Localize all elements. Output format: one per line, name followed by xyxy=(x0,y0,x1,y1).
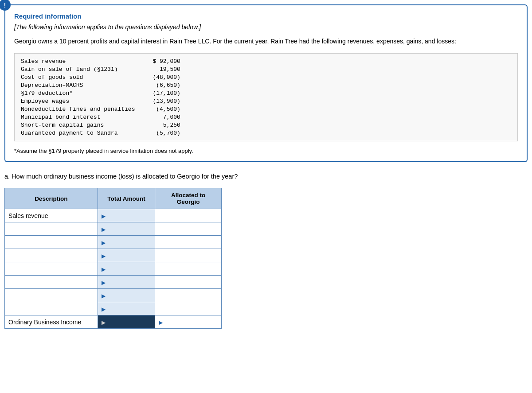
value-gain-land: 19,500 xyxy=(153,66,180,73)
value-sec179: (17,100) xyxy=(153,90,180,97)
label-cogs: Cost of goods sold xyxy=(21,74,135,81)
table-row: ▶ xyxy=(5,262,222,276)
amount-cell-6: ▶ xyxy=(98,276,155,289)
table-row: Sales revenue ▶ xyxy=(5,209,222,222)
label-stcg: Short-term capital gains xyxy=(21,122,135,128)
label-wages: Employee wages xyxy=(21,98,135,105)
allocated-cell-3 xyxy=(155,236,222,249)
amount-cell-5: ▶ xyxy=(98,262,155,276)
total-arrow: ▶ xyxy=(102,319,106,326)
label-guaranteed: Guaranteed payment to Sandra xyxy=(21,130,135,136)
arrow-3: ▶ xyxy=(102,240,106,246)
value-cogs: (48,000) xyxy=(153,74,180,81)
desc-cell-1: Sales revenue xyxy=(5,209,98,222)
desc-cell-7 xyxy=(5,289,98,302)
allocated-cell-4 xyxy=(155,249,222,262)
total-allocated-cell: ▶ xyxy=(155,315,222,329)
table-row: ▶ xyxy=(5,289,222,302)
total-allocated-arrow: ▶ xyxy=(159,319,163,326)
financial-values: $ 92,000 19,500 (48,000) (6,650) (17,100… xyxy=(153,58,180,136)
desc-cell-4 xyxy=(5,249,98,262)
value-sales-revenue: $ 92,000 xyxy=(153,58,180,65)
question-text: a. How much ordinary business income (lo… xyxy=(4,173,528,180)
col-header-description: Description xyxy=(5,188,98,209)
amount-cell-4: ▶ xyxy=(98,249,155,262)
total-desc-label: Ordinary Business Income xyxy=(8,319,81,326)
arrow-7: ▶ xyxy=(102,293,106,299)
total-desc-cell: Ordinary Business Income xyxy=(5,315,98,329)
intro-text: Georgio owns a 10 percent profits and ca… xyxy=(14,37,518,46)
amount-cell-8: ▶ xyxy=(98,302,155,315)
label-fines: Nondeductible fines and penalties xyxy=(21,106,135,113)
table-row: ▶ xyxy=(5,222,222,236)
col-header-allocated: Allocated to Georgio xyxy=(155,188,222,209)
label-depreciation: Depreciation–MACRS xyxy=(21,82,135,89)
table-row: ▶ xyxy=(5,249,222,262)
label-sec179: §179 deduction* xyxy=(21,90,135,97)
info-box: ! Required information [The following in… xyxy=(4,4,528,162)
financial-data-table: Sales revenue Gain on sale of land (§123… xyxy=(14,53,518,141)
total-amount-cell: ▶ xyxy=(98,315,155,329)
desc-cell-5 xyxy=(5,262,98,276)
desc-cell-3 xyxy=(5,236,98,249)
table-row: ▶ xyxy=(5,236,222,249)
value-wages: (13,900) xyxy=(153,98,180,105)
desc-cell-6 xyxy=(5,276,98,289)
amount-cell-7: ▶ xyxy=(98,289,155,302)
desc-cell-2 xyxy=(5,222,98,236)
col-header-total-amount: Total Amount xyxy=(98,188,155,209)
amount-cell-1: ▶ xyxy=(98,209,155,222)
value-guaranteed: (5,700) xyxy=(153,130,180,136)
value-stcg: 5,250 xyxy=(153,122,180,128)
desc-text-1: Sales revenue xyxy=(8,212,48,219)
arrow-6: ▶ xyxy=(102,280,106,286)
value-muni-bond: 7,000 xyxy=(153,114,180,121)
footnote: *Assume the §179 property placed in serv… xyxy=(14,148,518,154)
allocated-cell-6 xyxy=(155,276,222,289)
total-row: Ordinary Business Income ▶ ▶ xyxy=(5,315,222,329)
amount-cell-2: ▶ xyxy=(98,222,155,236)
table-row: ▶ xyxy=(5,302,222,315)
allocated-cell-7 xyxy=(155,289,222,302)
arrow-4: ▶ xyxy=(102,253,106,259)
desc-cell-8 xyxy=(5,302,98,315)
value-fines: (4,500) xyxy=(153,106,180,113)
section-title: Required information xyxy=(14,12,518,20)
label-sales-revenue: Sales revenue xyxy=(21,58,135,65)
arrow-2: ▶ xyxy=(102,226,106,233)
label-muni-bond: Municipal bond interest xyxy=(21,114,135,121)
answer-table: Description Total Amount Allocated to Ge… xyxy=(4,188,222,329)
italic-note: [The following information applies to th… xyxy=(14,23,518,31)
label-gain-land: Gain on sale of land (§1231) xyxy=(21,66,135,73)
arrow-5: ▶ xyxy=(102,266,106,272)
amount-cell-3: ▶ xyxy=(98,236,155,249)
allocated-cell-2 xyxy=(155,222,222,236)
arrow-1: ▶ xyxy=(102,213,106,219)
table-row: ▶ xyxy=(5,276,222,289)
allocated-cell-8 xyxy=(155,302,222,315)
financial-labels: Sales revenue Gain on sale of land (§123… xyxy=(21,58,135,136)
allocated-cell-5 xyxy=(155,262,222,276)
value-depreciation: (6,650) xyxy=(153,82,180,89)
arrow-8: ▶ xyxy=(102,306,106,312)
allocated-cell-1 xyxy=(155,209,222,222)
alert-icon: ! xyxy=(0,0,11,11)
